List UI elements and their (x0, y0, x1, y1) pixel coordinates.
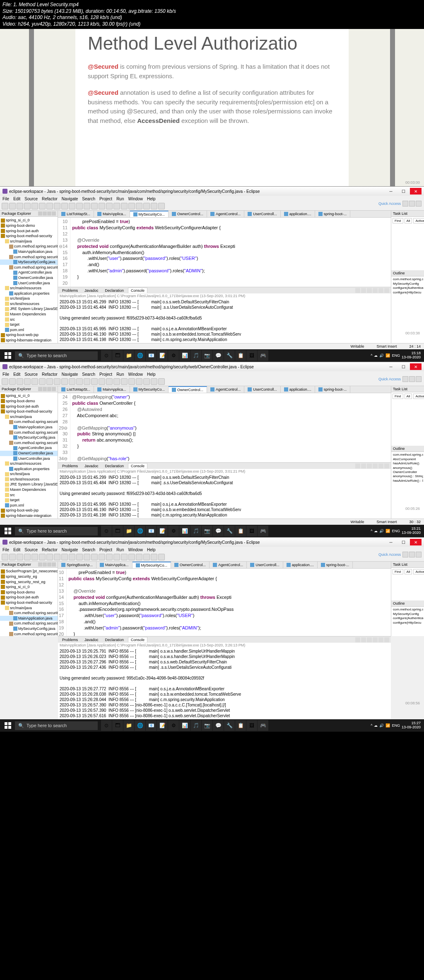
editor-tab[interactable]: SpringBootAp... (58, 562, 96, 568)
task-filter-button[interactable]: Find (393, 569, 403, 574)
toolbar-button[interactable] (39, 203, 46, 209)
perspective-icon[interactable] (416, 552, 422, 557)
tree-item[interactable]: src/test/java (0, 296, 58, 301)
toolbar-button[interactable] (113, 554, 120, 560)
code-editor[interactable]: 242526272829⊖3031323334⊖3536373839 @Requ… (58, 393, 391, 462)
outline-item[interactable]: configure(HttpSecu (392, 291, 423, 295)
outline-item[interactable]: configure(HttpSecu (392, 621, 423, 625)
maximize-button[interactable]: ☐ (398, 188, 409, 195)
tree-item[interactable]: SockerProgram [pt_newconnect opened] (0, 569, 58, 574)
toolbar-button[interactable] (136, 378, 142, 385)
toolbar-button[interactable] (31, 554, 38, 560)
problems-tab[interactable]: Problems (60, 464, 80, 468)
tree-item[interactable]: pom.xml (0, 327, 58, 333)
toolbar-button[interactable] (69, 378, 75, 385)
window-titlebar[interactable]: eclipse-workspace - Java - spring-boot-m… (0, 538, 424, 547)
tree-item[interactable]: target (0, 497, 58, 503)
toolbar-button[interactable] (143, 378, 150, 385)
tree-item[interactable]: com.method.spring.security.web (0, 265, 58, 270)
taskbar-app-icon[interactable]: 🖼 (246, 526, 257, 536)
close-button[interactable]: ✕ (410, 539, 422, 545)
toolbar-button[interactable] (24, 554, 31, 560)
editor-tab[interactable]: application.... (283, 562, 318, 568)
menu-file[interactable]: File (2, 197, 9, 201)
toolbar-button[interactable] (46, 203, 53, 209)
declaration-tab[interactable]: Declaration (103, 464, 127, 468)
toolbar-button[interactable] (106, 554, 113, 560)
toolbar-button[interactable] (106, 203, 113, 209)
editor-tab[interactable]: ListToMapSt... (58, 211, 94, 217)
toolbar-button[interactable] (76, 378, 83, 385)
taskbar-app-icon[interactable]: 💬 (213, 526, 224, 536)
taskbar-app-icon[interactable]: ⚙ (168, 526, 179, 536)
toolbar-button[interactable] (39, 554, 46, 560)
taskbar-app-icon[interactable]: ⊙ (101, 350, 112, 361)
system-tray[interactable]: ^☁🔊📶ENG 15:2113-09-2020 (371, 527, 422, 535)
tree-item[interactable]: spring-hibernate-integration (0, 338, 58, 343)
editor-tab[interactable]: spring-boot-... (315, 386, 351, 393)
toolbar-button[interactable] (113, 378, 120, 385)
editor-tab[interactable]: ListToMapSt... (58, 386, 94, 393)
quick-access[interactable]: Quick Access (378, 376, 422, 382)
menu-source[interactable]: Source (24, 197, 38, 201)
console-tool-icon[interactable] (384, 464, 389, 468)
taskbar-app-icon[interactable]: 📋 (235, 350, 246, 361)
toolbar-button[interactable] (143, 554, 150, 560)
tree-item[interactable]: spring-boot-demo (0, 223, 58, 228)
menu-window[interactable]: Window (128, 197, 143, 201)
toolbar-button[interactable] (69, 554, 75, 560)
tree-item[interactable]: JRE System Library [JavaSE-1.8] (0, 306, 58, 312)
taskbar-app-icon[interactable]: ⊙ (101, 526, 112, 536)
toolbar-button[interactable] (17, 203, 23, 209)
toolbar-button[interactable] (39, 378, 46, 385)
tree-item[interactable]: spring-boot-method-security (0, 409, 58, 414)
taskbar-app-icon[interactable]: 📝 (157, 526, 168, 536)
toolbar-button[interactable] (121, 554, 128, 560)
taskbar-app-icon[interactable]: 📋 (235, 720, 246, 731)
tree-item[interactable]: UserController.java (0, 281, 58, 286)
minimize-button[interactable]: ─ (385, 363, 397, 370)
toolbar-button[interactable] (54, 203, 60, 209)
menu-refactor[interactable]: Refactor (42, 197, 58, 201)
editor-tab[interactable]: OwnerControl... (169, 211, 207, 217)
start-button[interactable] (2, 526, 14, 536)
console-tool-icon[interactable] (361, 288, 366, 293)
tree-item[interactable]: pom.xml (0, 503, 58, 508)
toolbar-button[interactable] (9, 554, 16, 560)
task-filter-button[interactable]: Find (393, 394, 403, 399)
tree-item[interactable]: MySecurityConfig.java (0, 259, 58, 265)
taskbar-app-icon[interactable]: 📷 (202, 350, 212, 361)
close-button[interactable]: ✕ (410, 363, 422, 370)
menu-edit[interactable]: Edit (13, 548, 20, 552)
toolbar-button[interactable] (91, 378, 98, 385)
windows-taskbar[interactable]: 🔍 Type here to search ⊙🗔📁🌐📧📝⚙📊🎵📷💬🔧📋🖼🎮 ^☁… (0, 349, 424, 362)
menu-search[interactable]: Search (82, 548, 95, 552)
window-titlebar[interactable]: eclipse-workspace - Java - spring-boot-m… (0, 187, 424, 196)
tree-item[interactable]: com.method.spring.security.config (0, 621, 58, 626)
toolbar-button[interactable] (113, 203, 120, 209)
tree-item[interactable]: spring-boot-web-jsp (0, 508, 58, 513)
taskbar-app-icon[interactable]: 📁 (123, 526, 134, 536)
package-explorer[interactable]: Package Explorer spring_si_ci_0spring-bo… (0, 211, 58, 343)
menu-navigate[interactable]: Navigate (62, 372, 78, 377)
taskbar-app-icon[interactable]: 📋 (235, 526, 246, 536)
taskbar-app-icon[interactable]: 🎵 (190, 526, 201, 536)
tree-item[interactable]: src (0, 492, 58, 498)
console-tool-icon[interactable] (384, 637, 389, 642)
console-output[interactable]: 2020-09-13 15:26:25.791 INFO 8556 --- [ … (58, 648, 391, 719)
tree-item[interactable]: AgentController.java (0, 270, 58, 275)
console-tool-icon[interactable] (367, 464, 372, 468)
toolbar-button[interactable] (2, 554, 8, 560)
start-button[interactable] (2, 720, 14, 731)
console-tab[interactable]: Console (128, 463, 147, 468)
taskbar-app-icon[interactable]: 🌐 (135, 350, 145, 361)
declaration-tab[interactable]: Declaration (103, 288, 127, 293)
outline-item[interactable]: com.method.spring.secur (392, 608, 423, 612)
console-tool-icon[interactable] (378, 637, 383, 642)
windows-taskbar[interactable]: 🔍 Type here to search ⊙🗔📁🌐📧📝⚙📊🎵📷💬🔧📋🖼🎮 ^☁… (0, 719, 424, 732)
toolbar-button[interactable] (128, 203, 135, 209)
toolbar-button[interactable] (17, 554, 23, 560)
taskbar-app-icon[interactable]: 📧 (146, 350, 157, 361)
toolbar-button[interactable] (76, 203, 83, 209)
console-tool-icon[interactable] (361, 464, 366, 468)
